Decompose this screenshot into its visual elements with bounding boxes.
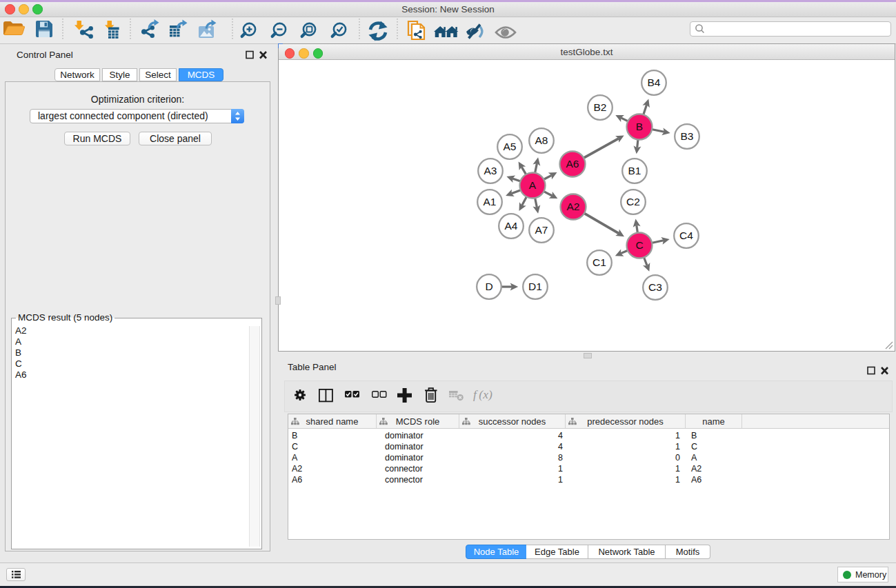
svg-text:C1: C1 xyxy=(593,256,606,268)
svg-text:A8: A8 xyxy=(535,134,548,146)
svg-text:B3: B3 xyxy=(681,130,694,142)
svg-text:A7: A7 xyxy=(535,224,548,236)
svg-text:C: C xyxy=(635,239,643,251)
svg-text:B1: B1 xyxy=(628,165,641,176)
svg-text:C4: C4 xyxy=(679,230,693,241)
svg-text:A: A xyxy=(529,179,537,191)
svg-text:A6: A6 xyxy=(566,158,579,170)
svg-text:D1: D1 xyxy=(528,281,542,292)
svg-text:B: B xyxy=(636,121,643,132)
svg-text:C3: C3 xyxy=(648,281,662,293)
svg-text:B2: B2 xyxy=(594,101,607,113)
svg-text:A2: A2 xyxy=(567,201,580,212)
svg-text:B4: B4 xyxy=(648,77,661,88)
svg-text:C2: C2 xyxy=(626,196,640,207)
